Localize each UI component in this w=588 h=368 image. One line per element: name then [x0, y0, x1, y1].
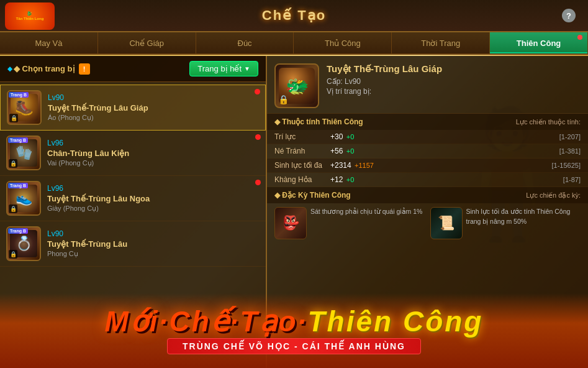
special-abilities: 👺 Sát thương phải chịu từ quái giảm 1% 📜… [267, 203, 588, 243]
list-item[interactable]: 👟 Trang B 🔒 Lv96 Tuyệt Thế-Trùng Lâu Ngo… [0, 176, 266, 221]
section-label: ◆ ◆ Chọn trang bị ! [7, 63, 90, 75]
item-icon-4: 💍 Trang B 🔒 [6, 226, 41, 261]
page-title: Chế Tạo [262, 7, 326, 24]
item-info-1: Lv90 Tuyệt Thế-Trùng Lâu Giáp Áo (Phong … [42, 93, 259, 122]
warning-icon[interactable]: ! [79, 63, 90, 75]
tab-thu-cong[interactable]: Thủ Công [294, 32, 392, 53]
item-level: Lv96 [47, 139, 260, 147]
tab-thoi-trang[interactable]: Thời Trang [392, 32, 490, 53]
list-item[interactable]: Trang B 🔒 Lv90 Tuyệt Thế-Trùng Lâu Giáp … [0, 85, 266, 131]
special-text-2: Sinh lực tối đa ước tính Thiên Công tran… [466, 207, 581, 227]
stats-section-title: ◆ Thuộc tính Thiên Công Lực chiến thuộc … [267, 114, 588, 130]
stats-container: Trí lực +30 +0 [1-207] Né Tránh +56 +0 [… [267, 130, 588, 187]
item-level: Lv90 [47, 229, 260, 238]
item-info-2: Lv96 Chân-Trùng Lâu Kiện Vai (Phong Cụ) [41, 139, 260, 167]
item-level: Lv96 [47, 184, 260, 193]
logo-area: 🐉Tân Thiên Long [0, 0, 75, 32]
left-panel-header: ◆ ◆ Chọn trang bị ! Trang bị hết ▼ [0, 56, 266, 82]
item-name: Tuyệt Thế-Trùng Lâu Ngoa [47, 194, 260, 203]
special-section-title: ◆ Đặc Kỳ Thiên Công Lực chiến đặc kỳ: [267, 187, 588, 203]
lock-icon-2: 🔒 [9, 159, 17, 168]
banner-main-text: Mới·Chế·Tạo·Thiên Công [105, 307, 484, 336]
item-icon-2: 🧤 Trang B 🔒 [6, 136, 41, 170]
help-icon[interactable]: ? [562, 9, 576, 22]
lock-icon-3: 🔒 [9, 205, 17, 213]
banner-sub-text: TRÙNG CHẾ VÕ HỌC - CÁI THẾ ANH HÙNG [167, 338, 421, 354]
detail-header: 🐲 🔒 Tuyệt Thế-Trùng Lâu Giáp Cấp: Lv90 V… [267, 56, 588, 114]
item-type: Giày (Phong Cụ) [47, 205, 260, 213]
red-dot-3 [255, 180, 261, 185]
detail-item-position: Vị trí trang bị: [327, 87, 581, 96]
special-card-2: 📜 Sinh lực tối đa ước tính Thiên Công tr… [430, 207, 581, 239]
item-type: Phong Cụ [47, 250, 260, 258]
detail-icon: 🐲 🔒 [274, 63, 319, 108]
lock-icon-1: 🔒 [9, 114, 18, 122]
special-icon-2: 📜 [430, 207, 463, 239]
trang-bi-het-button[interactable]: Trang bị hết ▼ [189, 61, 258, 76]
dac-ky-sub-label: Lực chiến đặc kỳ: [526, 191, 581, 200]
special-card-1: 👺 Sát thương phải chịu từ quái giảm 1% [274, 207, 425, 239]
red-dot-2 [255, 134, 261, 140]
stat-row-3: Sinh lực tối đa +2314 +1157 [1-15625] [267, 159, 588, 173]
tab-duc[interactable]: Đúc [196, 32, 294, 53]
luc-chien-label: Lực chiến thuộc tính: [516, 118, 581, 126]
stat-row-2: Né Tránh +56 +0 [1-381] [267, 144, 588, 159]
list-item[interactable]: 🧤 Trang B 🔒 Lv96 Chân-Trùng Lâu Kiện Vai… [0, 131, 266, 176]
game-logo: 🐉Tân Thiên Long [5, 2, 55, 30]
item-level: Lv90 [48, 93, 259, 102]
header-bar: 🐉Tân Thiên Long Chế Tạo ? [0, 0, 588, 32]
item-name: Chân-Trùng Lâu Kiện [47, 149, 260, 158]
item-info-3: Lv96 Tuyệt Thế-Trùng Lâu Ngoa Giày (Phon… [41, 184, 260, 213]
tab-thien-cong[interactable]: Thiên Công [490, 32, 588, 53]
special-icon-1: 👺 [274, 207, 307, 239]
item-icon-1: Trang B 🔒 [7, 90, 42, 125]
stat-row-4: Khàng Hỏa +12 +0 [1-87] [267, 173, 588, 187]
item-type: Áo (Phong Cụ) [48, 114, 259, 122]
list-item[interactable]: 💍 Trang B 🔒 Lv90 Tuyệt Thế-Trùng Lâu Pho… [0, 221, 266, 267]
item-name: Tuyệt Thế-Trùng Lâu Giáp [48, 103, 259, 113]
item-type: Vai (Phong Cụ) [47, 159, 260, 167]
detail-info: Tuyệt Thế-Trùng Lâu Giáp Cấp: Lv90 Vị tr… [327, 63, 581, 96]
detail-item-level: Cấp: Lv90 [327, 77, 581, 86]
detail-lock-icon: 🔒 [278, 94, 289, 104]
tab-may-va[interactable]: May Và [0, 32, 98, 53]
item-name: Tuyệt Thế-Trùng Lâu [47, 239, 260, 249]
lock-icon-4: 🔒 [9, 250, 17, 259]
stat-row-1: Trí lực +30 +0 [1-207] [267, 130, 588, 144]
tab-bar: May Và Chế Giáp Đúc Thủ Công Thời Trang … [0, 32, 588, 55]
detail-item-name: Tuyệt Thế-Trùng Lâu Giáp [327, 63, 581, 75]
bottom-banner: Mới·Chế·Tạo·Thiên Công TRÙNG CHẾ VÕ HỌC … [0, 293, 588, 368]
item-icon-3: 👟 Trang B 🔒 [6, 181, 41, 216]
special-text-1: Sát thương phải chịu từ quái giảm 1% [310, 207, 425, 217]
red-dot-1 [255, 89, 260, 94]
item-info-4: Lv90 Tuyệt Thế-Trùng Lâu Phong Cụ [41, 229, 260, 258]
tab-badge [577, 35, 582, 40]
tab-che-giap[interactable]: Chế Giáp [98, 32, 196, 53]
